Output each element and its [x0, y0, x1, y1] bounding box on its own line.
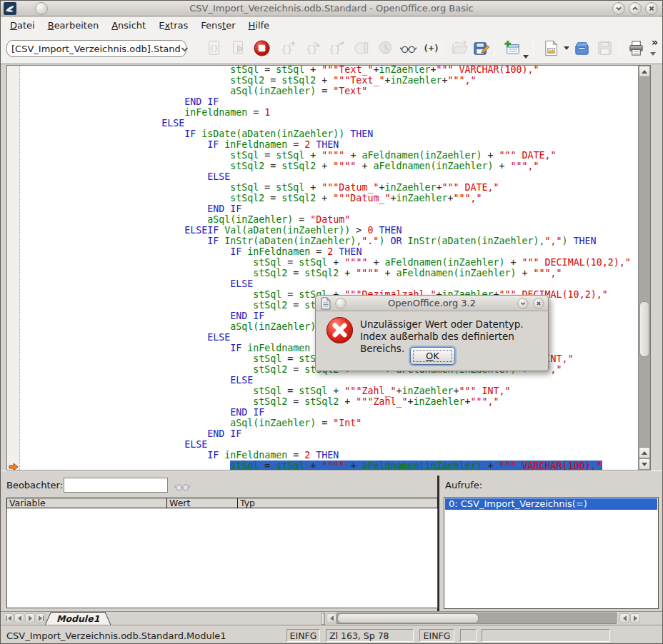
print-icon[interactable] [627, 39, 646, 58]
menu-fenster[interactable]: Fenster [194, 19, 241, 32]
code-line[interactable]: END IF [24, 96, 219, 107]
code-line[interactable]: stSql2 = stSql2 + """Zahl_"+inZaehler+""… [24, 396, 499, 407]
status-insert-mode[interactable]: EINFG [286, 629, 320, 642]
dialog-close-button[interactable] [533, 298, 544, 308]
new-doc-icon[interactable] [542, 39, 561, 58]
watch-icon[interactable] [399, 39, 418, 58]
horizontal-scrollbar-thumb[interactable] [337, 613, 479, 623]
toolbar-overflow-arrow-icon[interactable] [650, 52, 656, 56]
run-icon[interactable] [229, 39, 249, 58]
scroll-down-button[interactable] [639, 458, 650, 470]
dialog-shade-button[interactable] [517, 298, 528, 308]
menu-extras[interactable]: Extras [152, 19, 194, 32]
first-tab-button[interactable] [4, 613, 14, 623]
toolbar-overflow-button[interactable]: » [652, 36, 658, 48]
code-line[interactable]: inFeldnamen = 1 [24, 107, 270, 118]
open-doc-icon[interactable] [572, 39, 592, 58]
code-line[interactable]: ELSE [24, 332, 230, 343]
watch-column-variable[interactable]: Variable [7, 498, 167, 508]
last-tab-button[interactable] [36, 613, 46, 623]
code-line[interactable]: stSql = stSql + """Text_"+inZaehler+""" … [24, 66, 539, 75]
call-stack-list[interactable]: 0: CSV_Import_Verzeichnis(=) [444, 497, 659, 609]
code-line[interactable]: stSql2 = stSql2 + """" + aFeldnamen(inZa… [24, 268, 562, 278]
code-line[interactable]: IF inFeldnamen = 2 THEN [24, 246, 362, 257]
scroll-up-button-2[interactable] [639, 447, 650, 458]
code-line[interactable]: stSql2 = stSql2 + """Datum_"+inZaehler+"… [24, 193, 482, 203]
vertical-scrollbar[interactable] [638, 66, 650, 470]
code-line[interactable]: ELSE [24, 375, 253, 386]
code-line[interactable]: stSql = stSql + """Zahl_"+inZaehler+""" … [24, 386, 511, 396]
find-parentheses-icon[interactable]: (+) [422, 39, 441, 58]
vertical-scrollbar-thumb[interactable] [639, 301, 649, 357]
breakpoint-margin[interactable] [7, 66, 20, 470]
library-select[interactable]: [CSV_Import_Verzeichnis.odb].Stand [6, 40, 186, 57]
watch-input[interactable] [64, 478, 168, 493]
watch-column-wert[interactable]: Wert [167, 498, 238, 508]
error-dialog-titlebar[interactable]: OpenOffice.org 3.2 [316, 296, 548, 311]
menu-datei[interactable]: Datei [4, 19, 41, 32]
toggle-breakpoint-icon[interactable] [377, 39, 396, 58]
scroll-up-button[interactable] [639, 66, 650, 77]
run-to-cursor-icon[interactable] [352, 39, 372, 58]
code-line[interactable]: ELSE [24, 118, 184, 129]
open-icon[interactable] [450, 39, 469, 58]
code-line[interactable]: aSql(inZaehler) = "Text" [24, 86, 367, 96]
watch-table-body[interactable] [6, 508, 438, 608]
tab-module1[interactable]: Module1 [45, 612, 111, 625]
dropdown-arrow-icon[interactable] [564, 46, 569, 50]
status-insert-mode-2[interactable]: EINFG [419, 629, 454, 642]
code-line[interactable]: stSql = stSql + """Datum_"+inZaehler+"""… [24, 182, 499, 193]
next-tab-button[interactable] [25, 613, 35, 623]
code-pane[interactable]: stSql = stSql + """Text_"+inZaehler+""" … [21, 66, 638, 470]
code-line[interactable]: ELSE [24, 171, 230, 182]
code-line[interactable]: END IF [24, 203, 241, 214]
dropdown-arrow-icon[interactable] [523, 55, 529, 59]
code-line[interactable]: IF inFeldnamen = 2 THEN [24, 450, 339, 461]
code-line[interactable]: stSql2 = stSql2 + """" + aFeldnamen(inZa… [24, 161, 539, 171]
code-line[interactable]: END IF [24, 407, 264, 418]
code-line[interactable]: stSql = stSql + """" + aFeldnamen(inZaeh… [24, 257, 631, 268]
procedure-step-icon[interactable]: {} [279, 39, 299, 58]
code-line[interactable]: ELSEIF Val(aDaten(inZaehler)) > 0 THEN [24, 225, 402, 236]
menu-bearbeiten[interactable]: Bearbeiten [41, 19, 105, 32]
code-line[interactable]: ELSE [24, 439, 207, 450]
enable-watch-icon[interactable] [172, 477, 191, 495]
code-line[interactable]: stSql2 = stSql2 + """Text_"+inZaehler+""… [24, 75, 477, 86]
code-line[interactable]: IF InStr(aDaten(inZaehler),".") OR InStr… [24, 236, 597, 246]
status-cursor-position[interactable]: Zl 163, Sp 78 [326, 629, 414, 642]
single-step-icon[interactable]: {} [304, 39, 323, 58]
watch-column-typ[interactable]: Typ [238, 498, 437, 508]
close-button[interactable] [645, 2, 658, 15]
code-line[interactable]: END IF [24, 311, 264, 321]
save-doc-icon[interactable] [595, 39, 614, 58]
horizontal-splitter[interactable] [1, 471, 662, 476]
code-line[interactable]: IF inFeldnamen = 2 THEN [24, 139, 339, 150]
call-stack-item[interactable]: 0: CSV_Import_Verzeichnis(=) [445, 498, 657, 510]
ok-button[interactable]: OK [410, 347, 455, 365]
code-line[interactable]: stSql = stSql + """" + aFeldnamen(inZaeh… [24, 150, 557, 161]
titlebar[interactable]: CSV_Import_Verzeichnis.odb.Standard - Op… [1, 1, 662, 16]
hscroll-left-button[interactable] [326, 613, 337, 623]
code-line[interactable]: IF isDate(aDaten(inZaehler)) THEN [24, 129, 373, 139]
stop-icon[interactable] [252, 39, 271, 58]
code-line-current[interactable]: stSql = stSql + """" + aFeldnamen(inZaeh… [24, 461, 602, 470]
insert-module-icon[interactable] [502, 39, 522, 58]
code-line[interactable]: aSql(inZaehler) = "Datum" [24, 214, 350, 225]
hscroll-left-button-2[interactable] [619, 613, 629, 623]
shade-button[interactable] [612, 2, 625, 15]
save-source-icon[interactable] [472, 39, 491, 58]
horizontal-scrollbar[interactable] [337, 613, 617, 624]
maximize-button[interactable] [629, 2, 642, 15]
previous-tab-button[interactable] [14, 613, 24, 623]
compile-icon[interactable]: {} [204, 39, 224, 58]
menu-ansicht[interactable]: Ansicht [105, 19, 152, 32]
menu-hilfe[interactable]: Hilfe [242, 19, 276, 32]
hscroll-right-button[interactable] [630, 613, 640, 623]
code-line[interactable]: END IF [24, 428, 241, 439]
code-line[interactable]: IF inFeldnamen = 2 THEN [24, 343, 362, 353]
code-line[interactable]: ELSE [24, 278, 253, 289]
step-out-icon[interactable]: {} [328, 39, 347, 58]
pane-splitter-handle[interactable] [321, 613, 325, 625]
code-line[interactable]: aSql(inZaehler) = "Int" [24, 418, 362, 428]
code-editor[interactable]: stSql = stSql + """Text_"+inZaehler+""" … [6, 65, 651, 471]
